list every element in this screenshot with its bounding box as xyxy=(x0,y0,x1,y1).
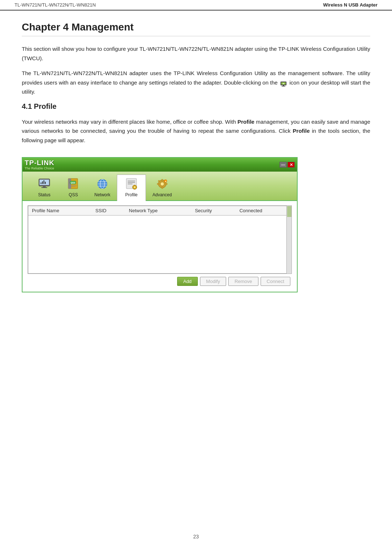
remove-button[interactable]: Remove xyxy=(228,277,258,286)
modify-button[interactable]: Modify xyxy=(200,277,226,286)
svg-point-29 xyxy=(134,186,136,188)
wifi-tray-icon xyxy=(280,80,287,86)
tplink-window: TP-LINK The Reliable Choice — ✕ xyxy=(22,157,298,292)
svg-rect-2 xyxy=(283,85,284,86)
intro-para-2: The TL-WN721N/TL-WN722N/TL-WN821N adapte… xyxy=(22,69,370,97)
network-label: Network xyxy=(94,192,110,197)
status-icon xyxy=(37,177,52,191)
svg-rect-3 xyxy=(282,86,285,87)
connect-button[interactable]: Connect xyxy=(261,277,290,286)
network-icon xyxy=(95,177,110,191)
table-header-row: Profile Name SSID Network Type Security … xyxy=(28,206,291,216)
header-right: Wireless N USB Adapter xyxy=(323,2,377,8)
col-network-type: Network Type xyxy=(125,206,191,216)
col-ssid: SSID xyxy=(92,206,125,216)
scrollbar-track[interactable] xyxy=(286,206,291,274)
tplink-content: Profile Name SSID Network Type Security … xyxy=(23,201,297,292)
page-number: 23 xyxy=(0,534,392,539)
svg-text:QSS: QSS xyxy=(71,182,75,184)
profile-label: Profile xyxy=(125,192,138,197)
col-security: Security xyxy=(191,206,236,216)
add-button[interactable]: Add xyxy=(177,277,198,286)
header-bar: TL-WN721N/TL-WN722N/TL-WN821N Wireless N… xyxy=(0,0,392,11)
tplink-logo: TP-LINK The Reliable Choice xyxy=(25,159,54,170)
svg-rect-11 xyxy=(43,186,46,187)
advanced-icon: ★ xyxy=(155,177,170,191)
svg-rect-36 xyxy=(162,179,163,181)
svg-rect-37 xyxy=(162,187,163,189)
qss-icon: QSS xyxy=(66,177,81,191)
svg-rect-39 xyxy=(166,183,167,185)
close-button[interactable]: ✕ xyxy=(287,162,295,168)
minimize-button[interactable]: — xyxy=(279,162,287,168)
toolbar-item-qss[interactable]: QSS QSS xyxy=(59,175,88,200)
tplink-toolbar: Status QSS QSS xyxy=(23,172,297,201)
svg-point-35 xyxy=(160,182,164,186)
profile-icon xyxy=(124,177,139,191)
section-41-para: Your wireless networks may vary in diffe… xyxy=(22,117,370,145)
toolbar-item-network[interactable]: Network xyxy=(88,175,117,200)
profile-table: Profile Name SSID Network Type Security … xyxy=(28,206,291,274)
table-empty-row xyxy=(28,216,291,274)
profile-table-wrapper: Profile Name SSID Network Type Security … xyxy=(28,205,292,274)
svg-rect-12 xyxy=(41,187,47,188)
tplink-titlebar: TP-LINK The Reliable Choice — ✕ xyxy=(23,158,297,172)
toolbar-item-profile[interactable]: Profile xyxy=(117,175,146,201)
advanced-label: Advanced xyxy=(152,192,172,197)
toolbar-item-advanced[interactable]: ★ Advanced xyxy=(146,175,178,200)
col-profile-name: Profile Name xyxy=(28,206,92,216)
chapter-title: Chapter 4 Management xyxy=(22,21,370,36)
status-label: Status xyxy=(38,192,50,197)
button-row: Add Modify Remove Connect xyxy=(28,274,292,287)
window-controls: — ✕ xyxy=(279,162,295,168)
col-connected: Connected xyxy=(236,206,291,216)
qss-label: QSS xyxy=(69,192,78,197)
main-content: Chapter 4 Management This section will s… xyxy=(0,11,392,323)
header-left: TL-WN721N/TL-WN722N/TL-WN821N xyxy=(15,2,96,8)
svg-rect-38 xyxy=(157,183,159,185)
intro-para-1: This section will show you how to config… xyxy=(22,44,370,63)
svg-point-4 xyxy=(283,83,284,84)
scrollbar-thumb[interactable] xyxy=(287,206,291,217)
toolbar-item-status[interactable]: Status xyxy=(30,175,59,200)
section-41-title: 4.1 Profile xyxy=(22,102,370,111)
